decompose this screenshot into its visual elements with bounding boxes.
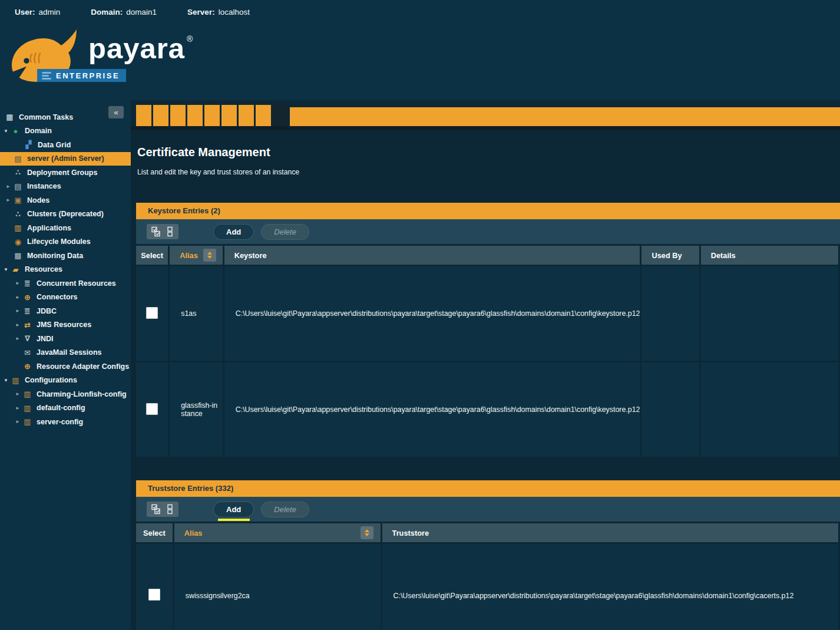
lifecycle-modules-icon: ◉ <box>13 238 23 246</box>
tab[interactable] <box>221 105 237 126</box>
sidebar-item-resources[interactable]: ▼ ▰ Resources <box>0 263 131 277</box>
tab[interactable] <box>239 105 254 126</box>
domain-label: Domain: <box>91 8 123 17</box>
user-label: User: <box>15 8 35 17</box>
alias-sort-button[interactable] <box>361 526 373 539</box>
keystore-delete-button[interactable]: Delete <box>262 225 309 239</box>
alias-column-label: Alias <box>180 251 198 260</box>
tree-item-label: Nodes <box>27 196 49 204</box>
sidebar-item-resource-adapter-configs[interactable]: ⊕ Resource Adapter Configs <box>0 359 131 374</box>
truststore-column-header: Truststore <box>382 523 838 542</box>
expand-arrow-icon[interactable]: ► <box>14 322 21 328</box>
expand-arrow-icon[interactable]: ▼ <box>2 378 9 383</box>
tab[interactable] <box>204 105 220 126</box>
sidebar-item-server-admin-server[interactable]: ▤ server (Admin Server) <box>0 152 131 166</box>
tree-item-label: Connectors <box>37 293 77 301</box>
common-tasks-icon: ▦ <box>5 113 15 121</box>
expand-arrow-icon[interactable]: ► <box>14 391 21 397</box>
expand-arrow-icon[interactable]: ► <box>5 197 12 203</box>
sidebar-item-server-config[interactable]: ► ▥ server-config <box>0 415 131 429</box>
sidebar-item-lifecycle-modules[interactable]: ◉ Lifecycle Modules <box>0 235 131 249</box>
truststore-path-cell: C:\Users\luise\git\Payara\appserver\dist… <box>382 544 838 630</box>
configurations-icon: ▥ <box>11 376 21 385</box>
monitoring-data-icon: ▩ <box>13 251 23 260</box>
sidebar-item-domain[interactable]: ▼ ● Domain <box>0 124 131 138</box>
tab[interactable] <box>170 105 186 126</box>
alias-cell: s1as <box>170 266 223 361</box>
tab[interactable] <box>136 105 151 126</box>
sidebar-item-instances[interactable]: ► ▤ Instances <box>0 180 131 194</box>
sidebar-item-jndi[interactable]: ► ∇ JNDI <box>0 332 131 346</box>
alias-cell: swisssignsilverg2ca <box>174 544 381 630</box>
tab-bar-filler <box>290 107 840 126</box>
expand-arrow-icon[interactable]: ► <box>14 336 21 341</box>
keystore-row: glassfish-instance C:\Users\luise\git\Pa… <box>136 362 838 457</box>
truststore-section: Truststore Entries (332) <box>136 480 840 630</box>
sidebar-item-jdbc[interactable]: ► ≣ JDBC <box>0 304 131 318</box>
sidebar-item-connectors[interactable]: ► ⊕ Connectors <box>0 291 131 305</box>
expand-arrow-icon[interactable]: ► <box>14 281 21 286</box>
sidebar-item-jms-resources[interactable]: ► ⇄ JMS Resources <box>0 318 131 332</box>
keystore-add-button[interactable]: Add <box>214 225 253 239</box>
sidebar-item-deployment-groups[interactable]: ∴ Deployment Groups <box>0 166 131 180</box>
keystore-column-header: Keystore <box>224 246 640 265</box>
concurrent-resources-icon: ≣ <box>22 279 32 288</box>
tree-item-label: JMS Resources <box>37 321 91 329</box>
tab-bar-divider <box>131 126 840 130</box>
keystore-toolbar: Add Delete <box>136 219 840 244</box>
deployment-groups-icon: ∴ <box>13 168 23 177</box>
used-by-cell <box>641 362 699 457</box>
select-column-header: Select <box>136 523 173 542</box>
server-value: localhost <box>219 8 250 17</box>
keystore-row: s1as C:\Users\luise\git\Payara\appserver… <box>136 266 838 361</box>
registered-mark: ® <box>187 34 193 44</box>
truststore-delete-button[interactable]: Delete <box>262 502 309 517</box>
expand-arrow-icon[interactable]: ► <box>14 405 21 411</box>
alias-sort-button[interactable] <box>203 249 216 262</box>
row-checkbox[interactable] <box>146 307 158 319</box>
edition-label: ENTERPRISE <box>56 71 120 80</box>
sidebar-item-default-config[interactable]: ► ▥ default-config <box>0 401 131 415</box>
row-checkbox[interactable] <box>148 589 160 601</box>
tree-item-label: Concurrent Resources <box>37 279 116 288</box>
expand-arrow-icon[interactable]: ► <box>14 308 21 314</box>
sidebar-item-clusters-deprecated[interactable]: ∴ Clusters (Deprecated) <box>0 207 131 222</box>
truststore-add-button[interactable]: Add <box>214 502 253 517</box>
config-icon: ▥ <box>22 390 32 398</box>
tab[interactable] <box>256 105 271 126</box>
used-by-column-header: Used By <box>641 246 699 265</box>
tree-item-label: Data Grid <box>38 141 71 149</box>
sidebar: « ▦ Common Tasks ▼ ● Domain ▞ Data Grid <box>0 100 131 630</box>
row-checkbox[interactable] <box>146 403 158 415</box>
sidebar-item-configurations[interactable]: ▼ ▥ Configurations <box>0 374 131 388</box>
sidebar-item-concurrent-resources[interactable]: ► ≣ Concurrent Resources <box>0 276 131 291</box>
truststore-toolbar: Add Delete <box>136 497 840 522</box>
deselect-all-icon[interactable] <box>167 504 174 514</box>
content-area: Certificate Management List and edit the… <box>131 100 840 630</box>
page-subtitle: List and edit the key and trust stores o… <box>137 168 840 177</box>
tab[interactable] <box>187 105 203 126</box>
jdbc-icon: ≣ <box>22 306 32 315</box>
select-all-icon[interactable] <box>151 226 161 237</box>
applications-icon: ▥ <box>13 223 23 232</box>
sidebar-item-charming-lionfish-config[interactable]: ► ▥ Charming-Lionfish-config <box>0 387 131 401</box>
expand-arrow-icon[interactable]: ► <box>14 419 21 424</box>
expand-arrow-icon[interactable]: ▼ <box>2 267 9 272</box>
tab[interactable] <box>273 105 288 126</box>
expand-arrow-icon[interactable]: ► <box>14 295 21 300</box>
sidebar-item-monitoring-data[interactable]: ▩ Monitoring Data <box>0 249 131 263</box>
domain-value: domain1 <box>126 8 157 17</box>
connectors-icon: ⊕ <box>22 293 32 302</box>
sort-down-icon <box>365 533 369 536</box>
deselect-all-icon[interactable] <box>167 226 174 237</box>
select-all-icon[interactable] <box>151 504 161 514</box>
sidebar-item-javamail-sessions[interactable]: ✉ JavaMail Sessions <box>0 346 131 360</box>
sidebar-item-data-grid[interactable]: ▞ Data Grid <box>0 138 131 152</box>
sidebar-item-nodes[interactable]: ► ▣ Nodes <box>0 193 131 207</box>
sidebar-item-applications[interactable]: ▥ Applications <box>0 221 131 235</box>
instances-icon: ▤ <box>13 182 23 191</box>
expand-arrow-icon[interactable]: ► <box>5 184 12 189</box>
sidebar-item-common-tasks[interactable]: ▦ Common Tasks <box>0 110 131 124</box>
expand-arrow-icon[interactable]: ▼ <box>2 128 9 134</box>
tab[interactable] <box>153 105 168 126</box>
